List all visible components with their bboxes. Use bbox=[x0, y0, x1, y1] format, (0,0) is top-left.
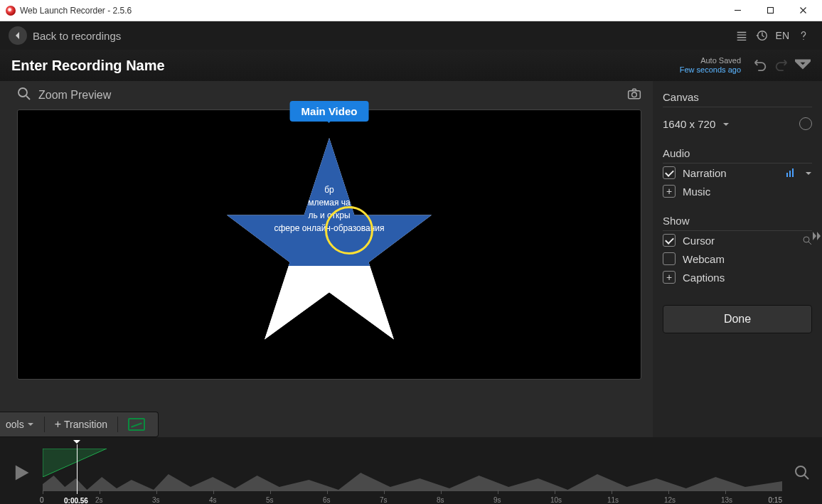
properties-panel: Canvas 1640 x 720 Audio Narration bbox=[653, 81, 822, 437]
cursor-checkbox[interactable] bbox=[663, 234, 676, 247]
disable-track-button[interactable] bbox=[122, 412, 151, 436]
maximize-button[interactable] bbox=[754, 0, 786, 21]
redo-button[interactable] bbox=[774, 56, 789, 75]
minimize-button[interactable] bbox=[721, 0, 754, 21]
webcam-checkbox[interactable] bbox=[663, 252, 676, 265]
record-icon[interactable] bbox=[799, 117, 812, 130]
autosave-status: Auto Saved Few seconds ago bbox=[680, 56, 741, 75]
timeline-track[interactable]: 0:00.56 2s 3s 4s 5s 6s 7s 8s 9s 10s 11s … bbox=[43, 441, 782, 504]
back-label: Back to recordings bbox=[33, 30, 121, 42]
history-dropdown[interactable] bbox=[795, 56, 811, 75]
canvas-size-dropdown[interactable]: 1640 x 720 bbox=[663, 118, 730, 130]
add-captions-button[interactable]: + bbox=[663, 271, 676, 284]
disabled-track-icon bbox=[128, 418, 145, 431]
svg-rect-5 bbox=[786, 173, 788, 177]
timeline-ticks: 2s 3s 4s 5s 6s 7s 8s 9s 10s 11s 12s 13s bbox=[43, 493, 782, 504]
cursor-highlight-icon bbox=[325, 206, 373, 254]
close-button[interactable] bbox=[786, 0, 819, 21]
svg-rect-6 bbox=[789, 171, 791, 177]
add-music-button[interactable]: + bbox=[663, 185, 676, 198]
video-preview[interactable]: бр млемая ча ль и откры сфере онлайн-обр… bbox=[17, 109, 641, 380]
audio-section-title: Audio bbox=[663, 147, 812, 163]
add-transition-button[interactable]: +Transition bbox=[49, 412, 113, 436]
window-title: Web Launch Recorder - 2.5.6 bbox=[20, 6, 132, 16]
screenshot-button[interactable] bbox=[627, 87, 641, 104]
zoom-preview-label[interactable]: Zoom Preview bbox=[38, 89, 111, 102]
preview-pane: Zoom Preview Main Video бр млемая ча ль … bbox=[0, 81, 653, 437]
tools-dropdown[interactable]: ools bbox=[0, 412, 40, 436]
audio-level-icon bbox=[786, 168, 795, 177]
playhead[interactable]: 0:00.56 bbox=[77, 444, 78, 494]
svg-rect-0 bbox=[767, 8, 773, 14]
app-topbar: Back to recordings EN bbox=[0, 21, 822, 50]
titlebar: Web Launch Recorder - 2.5.6 bbox=[0, 0, 822, 21]
music-label: Music bbox=[683, 186, 710, 198]
app-icon bbox=[6, 6, 16, 16]
timeline-toolbar: ools +Transition bbox=[0, 412, 159, 437]
play-button[interactable] bbox=[7, 441, 36, 504]
main-video-badge: Main Video bbox=[290, 101, 369, 122]
svg-point-10 bbox=[796, 466, 806, 476]
cursor-label: Cursor bbox=[683, 235, 715, 247]
timeline-start-label: 0 bbox=[40, 496, 44, 504]
narration-label: Narration bbox=[683, 167, 727, 179]
language-button[interactable]: EN bbox=[772, 30, 794, 41]
help-icon[interactable] bbox=[794, 29, 813, 42]
search-icon bbox=[17, 87, 31, 104]
chevron-down-icon bbox=[722, 118, 730, 130]
recording-name-input[interactable]: Enter Recording Name bbox=[11, 58, 165, 74]
undo-button[interactable] bbox=[752, 56, 768, 75]
history-icon[interactable] bbox=[752, 29, 772, 42]
audio-waveform bbox=[43, 463, 782, 491]
layers-icon[interactable] bbox=[732, 29, 752, 42]
namebar: Enter Recording Name Auto Saved Few seco… bbox=[0, 50, 822, 81]
canvas-section-title: Canvas bbox=[663, 91, 812, 107]
svg-point-8 bbox=[804, 237, 809, 242]
svg-point-2 bbox=[18, 88, 27, 97]
done-button[interactable]: Done bbox=[663, 305, 812, 333]
narration-dropdown[interactable] bbox=[805, 167, 812, 179]
timeline-end-label: 0:15 bbox=[769, 496, 782, 504]
back-arrow-icon bbox=[9, 26, 27, 45]
captions-label: Captions bbox=[683, 272, 725, 284]
svg-rect-7 bbox=[792, 168, 794, 177]
narration-checkbox[interactable] bbox=[663, 166, 676, 179]
timeline-area: 0:00.56 2s 3s 4s 5s 6s 7s 8s 9s 10s 11s … bbox=[0, 437, 822, 504]
show-section-title: Show bbox=[663, 215, 812, 231]
timeline-zoom-button[interactable] bbox=[789, 441, 815, 504]
webcam-label: Webcam bbox=[683, 253, 725, 265]
collapse-panel-button[interactable] bbox=[811, 230, 822, 245]
svg-point-4 bbox=[632, 92, 637, 97]
back-to-recordings-button[interactable]: Back to recordings bbox=[9, 26, 121, 45]
